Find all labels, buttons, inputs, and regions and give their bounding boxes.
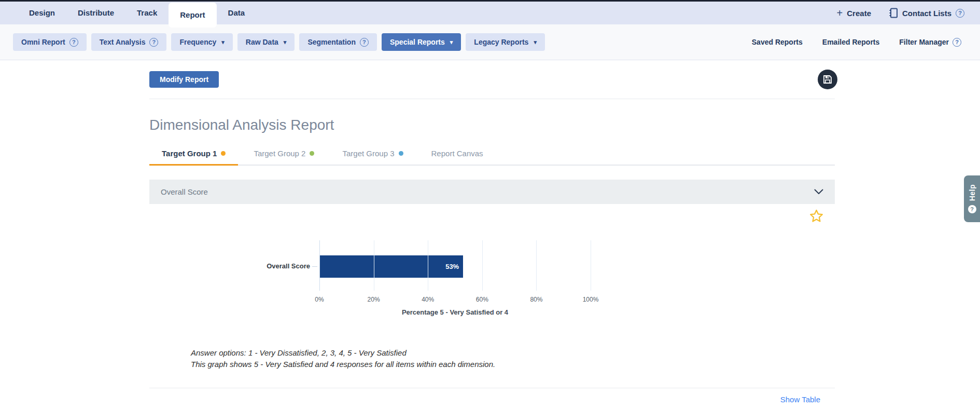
chart-category-label: Overall Score	[267, 262, 310, 270]
target-group-tabs: Target Group 1 Target Group 2 Target Gro…	[149, 149, 835, 166]
top-navigation: Design Distribute Track Report Data + Cr…	[0, 2, 980, 24]
tab-target-group-2[interactable]: Target Group 2	[241, 149, 327, 165]
section-header-label: Overall Score	[161, 187, 208, 196]
filter-manager-help-icon[interactable]: ?	[953, 38, 961, 47]
page-title: Dimensional Analysis Report	[149, 117, 835, 133]
tab-label: Report Canvas	[431, 149, 483, 158]
bar-value-label: 53%	[445, 263, 463, 270]
segmentation-help-icon[interactable]: ?	[360, 38, 369, 47]
segmentation-button[interactable]: Segmentation ?	[299, 33, 377, 51]
gridline	[428, 240, 428, 291]
frequency-label: Frequency	[179, 38, 216, 46]
x-tick-label: 20%	[368, 296, 380, 303]
gridline	[319, 240, 320, 291]
nav-item-report[interactable]: Report	[169, 3, 216, 28]
chart-xaxis: 0%20%40%60%80%100%	[319, 296, 591, 304]
help-tab[interactable]: Help ?	[964, 175, 980, 222]
x-tick-label: 0%	[315, 296, 324, 303]
chart-bar[interactable]: 53%	[319, 255, 463, 278]
tab-label: Target Group 3	[342, 149, 394, 158]
gridline	[374, 240, 374, 291]
chevron-down-icon: ▾	[534, 39, 537, 46]
tab-report-canvas[interactable]: Report Canvas	[419, 149, 496, 165]
blue-dot-icon	[399, 151, 403, 156]
legacy-reports-label: Legacy Reports	[474, 38, 528, 46]
contact-lists-label: Contact Lists	[902, 9, 951, 18]
nav-item-data[interactable]: Data	[217, 2, 257, 24]
legacy-reports-dropdown[interactable]: Legacy Reports ▾	[466, 33, 545, 51]
x-tick-label: 80%	[530, 296, 542, 303]
chevron-down-icon	[814, 189, 823, 195]
omni-report-help-icon[interactable]: ?	[69, 38, 78, 47]
nav-item-design[interactable]: Design	[18, 2, 66, 24]
gridline	[482, 240, 483, 291]
plus-icon: +	[837, 8, 843, 18]
report-toolbar: Omni Report ? Text Analysis ? Frequency …	[0, 24, 980, 60]
footnote-line-2: This graph shows 5 - Very Satisfied and …	[191, 359, 835, 370]
nav-item-track[interactable]: Track	[125, 2, 169, 24]
tab-target-group-3[interactable]: Target Group 3	[330, 149, 415, 165]
contact-lists-help-icon[interactable]: ?	[956, 9, 964, 18]
tab-label: Target Group 1	[162, 149, 217, 158]
raw-data-dropdown[interactable]: Raw Data ▾	[237, 33, 295, 51]
orange-dot-icon	[221, 151, 226, 156]
question-mark-icon: ?	[968, 205, 976, 213]
chart-footnotes: Answer options: 1 - Very Dissatisfied, 2…	[191, 347, 835, 370]
notebook-icon	[889, 8, 898, 18]
emailed-reports-link[interactable]: Emailed Reports	[822, 38, 879, 46]
chevron-down-icon: ▾	[284, 39, 287, 46]
filter-manager-label: Filter Manager	[899, 38, 949, 46]
tab-target-group-1[interactable]: Target Group 1	[149, 149, 238, 165]
special-reports-label: Special Reports	[390, 38, 445, 46]
text-analysis-label: Text Analysis	[100, 38, 146, 46]
create-button[interactable]: + Create	[837, 8, 871, 18]
overall-score-section-header[interactable]: Overall Score	[149, 180, 835, 204]
segmentation-label: Segmentation	[307, 38, 356, 46]
chevron-down-icon: ▾	[221, 39, 225, 46]
green-dot-icon	[310, 151, 314, 156]
x-tick-label: 100%	[583, 296, 599, 303]
text-analysis-button[interactable]: Text Analysis ?	[91, 33, 167, 51]
omni-report-label: Omni Report	[21, 38, 65, 46]
create-label: Create	[847, 9, 871, 18]
favorite-star-icon[interactable]	[809, 209, 823, 223]
axis-tick-mark	[312, 266, 317, 267]
x-tick-label: 60%	[476, 296, 488, 303]
tab-label: Target Group 2	[254, 149, 305, 158]
filter-manager-link[interactable]: Filter Manager ?	[899, 38, 961, 47]
modify-report-button[interactable]: Modify Report	[149, 71, 219, 88]
x-tick-label: 40%	[422, 296, 434, 303]
gridline	[536, 240, 537, 291]
save-report-button[interactable]	[818, 70, 837, 89]
report-actions-row: Modify Report	[149, 60, 835, 99]
report-content: Modify Report Dimensional Analysis Repor…	[149, 60, 835, 404]
gridline	[591, 240, 591, 291]
saved-reports-link[interactable]: Saved Reports	[752, 38, 803, 46]
nav-item-distribute[interactable]: Distribute	[66, 2, 125, 24]
help-tab-label: Help	[968, 184, 976, 201]
text-analysis-help-icon[interactable]: ?	[149, 38, 158, 47]
dimensional-analysis-bar-chart: Overall Score 53% 0%20%40%60%80%100% Per…	[149, 240, 835, 316]
chevron-down-icon: ▾	[450, 39, 453, 46]
chart-plot: 53%	[319, 240, 591, 291]
save-icon	[823, 75, 832, 84]
footnote-line-1: Answer options: 1 - Very Dissatisfied, 2…	[191, 347, 835, 359]
show-table-link[interactable]: Show Table	[780, 395, 820, 404]
contact-lists-button[interactable]: Contact Lists ?	[889, 8, 964, 18]
chart-xaxis-title: Percentage 5 - Very Satisfied or 4	[319, 308, 591, 316]
omni-report-button[interactable]: Omni Report ?	[13, 33, 87, 51]
frequency-dropdown[interactable]: Frequency ▾	[171, 33, 232, 51]
section-bottom-divider	[149, 388, 835, 388]
raw-data-label: Raw Data	[246, 38, 278, 46]
special-reports-dropdown[interactable]: Special Reports ▾	[382, 33, 461, 51]
